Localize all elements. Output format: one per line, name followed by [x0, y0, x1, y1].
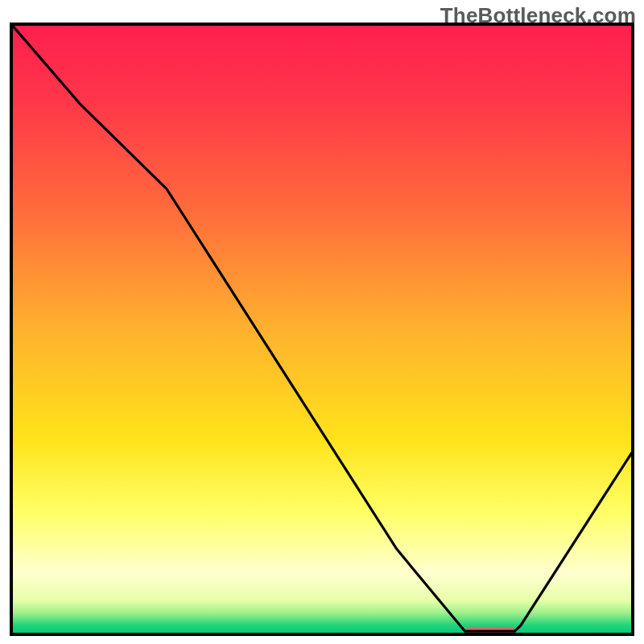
bottleneck-chart: TheBottleneck.com — [0, 0, 644, 644]
gradient-background — [11, 24, 633, 634]
chart-svg — [0, 0, 644, 644]
watermark-text: TheBottleneck.com — [440, 3, 636, 28]
